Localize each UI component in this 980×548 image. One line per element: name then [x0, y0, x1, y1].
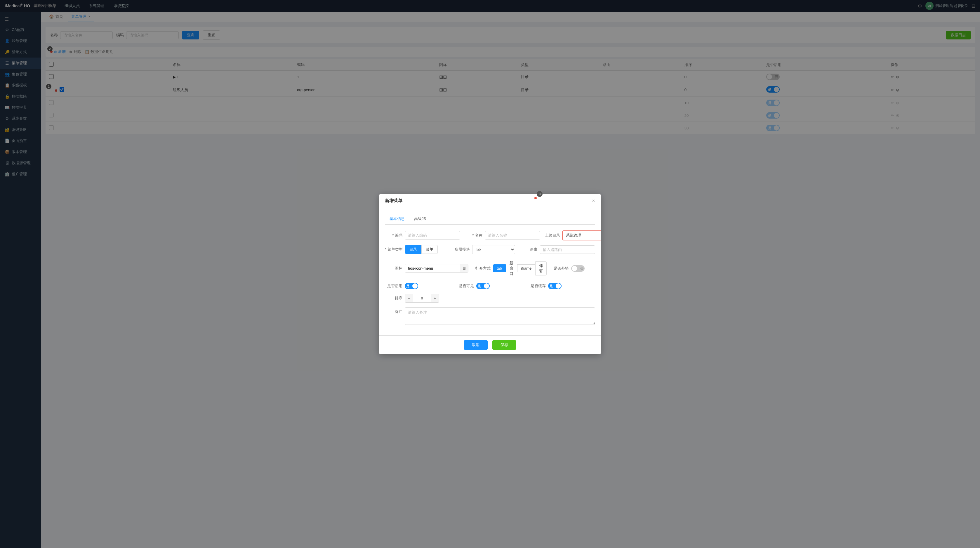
order-group: 排序 − +	[385, 294, 595, 303]
remark-textarea[interactable]	[405, 307, 595, 325]
form-row-2: * 菜单类型 目录 菜单 所属模块 biz 路由	[385, 245, 595, 254]
modal-footer: 取消 保存	[379, 335, 601, 354]
cache-label: 是否缓存	[528, 284, 546, 288]
code-group: * 编码	[385, 231, 460, 239]
upper-menu-label: 上级目录	[545, 233, 560, 238]
upper-menu-select[interactable]: 系统管理 ✕ ▼	[562, 231, 601, 241]
cache-group: 是否缓存 是	[528, 283, 595, 289]
remark-label: 备注	[385, 309, 402, 314]
code-label: * 编码	[385, 233, 402, 238]
icon-label: 图标	[385, 266, 402, 271]
upper-menu-group: 上级目录 系统管理 ✕ ▼	[545, 231, 601, 241]
visible-label: 是否可见	[457, 284, 474, 288]
icon-input[interactable]	[405, 264, 460, 272]
module-group: 所属模块 biz	[452, 245, 515, 254]
module-select[interactable]: biz	[472, 245, 515, 254]
route-label: 路由	[520, 247, 537, 252]
route-input[interactable]	[539, 245, 595, 254]
open-mode-buttons: tab 新窗口 iframe 弹窗	[493, 259, 547, 278]
stepper-plus[interactable]: +	[431, 294, 439, 302]
modal-title: 新增菜单	[385, 198, 402, 204]
visible-toggle[interactable]: 是	[476, 283, 490, 289]
menu-type-label: * 菜单类型	[385, 247, 402, 252]
enabled-group: 是否启用 是	[385, 283, 452, 289]
name-label: * 名称	[465, 233, 482, 238]
cache-text: 是	[550, 284, 553, 288]
modal-header: 新增菜单 3 − ✕	[379, 194, 601, 208]
remark-group: 备注	[385, 307, 595, 325]
close-icon[interactable]: ✕	[592, 199, 595, 203]
icon-group: 图标 ⊞	[385, 264, 468, 272]
external-label: 是否外链	[551, 266, 569, 271]
form-row-6: 备注	[385, 307, 595, 325]
stepper-minus[interactable]: −	[405, 294, 413, 302]
visible-text: 是	[478, 284, 481, 288]
type-btn-menu[interactable]: 菜单	[422, 245, 438, 254]
red-dot-3	[535, 197, 537, 199]
external-toggle-text: 否	[580, 266, 584, 271]
icon-input-wrap: ⊞	[405, 264, 468, 272]
open-mode-label: 打开方式	[473, 266, 491, 271]
add-menu-modal: 新增菜单 3 − ✕ 基本信息 高级JS	[379, 194, 601, 354]
upper-menu-value: 系统管理	[566, 233, 581, 238]
modal-body: 基本信息 高级JS * 编码 * 名称 上级目录	[379, 208, 601, 335]
code-input[interactable]	[405, 231, 460, 239]
icon-grid-btn[interactable]: ⊞	[460, 264, 468, 272]
external-group: 是否外链 否	[551, 265, 595, 272]
name-input[interactable]	[485, 231, 540, 239]
modal-tabs: 基本信息 高级JS	[385, 214, 595, 225]
form-row-4: 是否启用 是 是否可见 是 是否缓存	[385, 283, 595, 289]
collapse-icon[interactable]: −	[587, 199, 590, 203]
order-label: 排序	[385, 296, 402, 301]
save-button[interactable]: 保存	[492, 340, 516, 350]
name-group: * 名称	[465, 231, 540, 239]
cache-toggle[interactable]: 是	[548, 283, 562, 289]
open-mode-group: 打开方式 tab 新窗口 iframe 弹窗	[473, 259, 547, 278]
step-badge-3: 3	[537, 194, 542, 197]
form-row-3: 图标 ⊞ 打开方式 tab 新窗口 iframe 弹窗	[385, 259, 595, 278]
form-row-5: 排序 − +	[385, 294, 595, 303]
open-mode-newwin[interactable]: 新窗口	[506, 259, 517, 278]
external-toggle[interactable]: 否	[571, 265, 585, 272]
module-label: 所属模块	[452, 247, 470, 252]
open-mode-tab[interactable]: tab	[493, 264, 506, 272]
order-stepper: − +	[405, 294, 439, 303]
enabled-label: 是否启用	[385, 284, 402, 288]
modal-overlay: 新增菜单 3 − ✕ 基本信息 高级JS	[0, 0, 980, 548]
order-input[interactable]	[413, 294, 431, 302]
open-mode-dialog[interactable]: 弹窗	[535, 261, 547, 276]
cancel-button[interactable]: 取消	[464, 340, 488, 350]
form-row-1: * 编码 * 名称 上级目录 系统管理 ✕	[385, 231, 595, 241]
route-group: 路由	[520, 245, 595, 254]
menu-type-buttons: 目录 菜单	[405, 245, 438, 254]
type-btn-directory[interactable]: 目录	[405, 245, 422, 254]
open-mode-iframe[interactable]: iframe	[517, 264, 535, 272]
enabled-toggle[interactable]: 是	[405, 283, 418, 289]
tab-basic-info[interactable]: 基本信息	[385, 214, 409, 225]
menu-type-group: * 菜单类型 目录 菜单	[385, 245, 448, 254]
tab-advanced-js[interactable]: 高级JS	[409, 214, 431, 225]
modal-close-controls: − ✕	[587, 199, 595, 203]
visible-group: 是否可见 是	[457, 283, 523, 289]
enabled-text: 是	[406, 284, 409, 288]
